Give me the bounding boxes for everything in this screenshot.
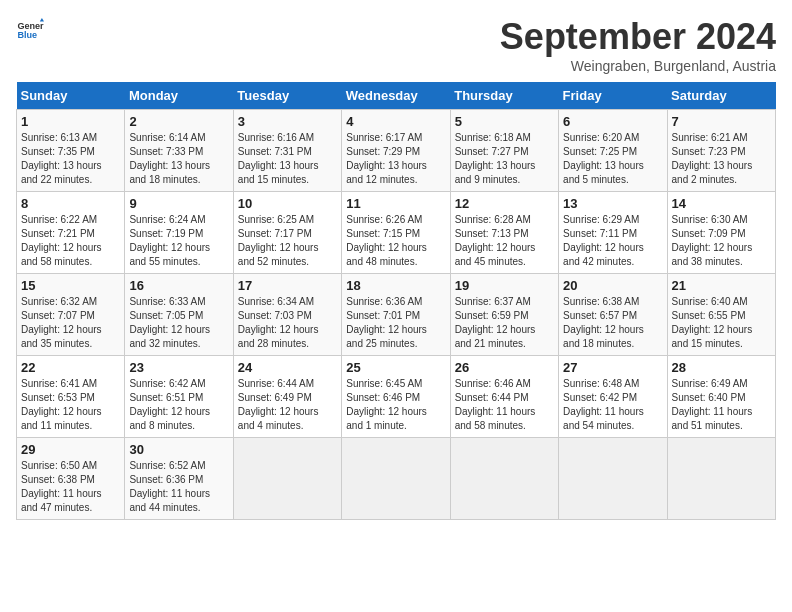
title-section: September 2024 Weingraben, Burgenland, A… <box>500 16 776 74</box>
calendar-cell: 21Sunrise: 6:40 AM Sunset: 6:55 PM Dayli… <box>667 274 775 356</box>
day-number: 9 <box>129 196 228 211</box>
header-day-sunday: Sunday <box>17 82 125 110</box>
day-number: 10 <box>238 196 337 211</box>
day-number: 12 <box>455 196 554 211</box>
calendar-cell: 29Sunrise: 6:50 AM Sunset: 6:38 PM Dayli… <box>17 438 125 520</box>
day-number: 8 <box>21 196 120 211</box>
logo-icon: General Blue <box>16 16 44 44</box>
calendar-cell <box>450 438 558 520</box>
header-row: SundayMondayTuesdayWednesdayThursdayFrid… <box>17 82 776 110</box>
svg-marker-2 <box>40 18 44 22</box>
calendar-cell: 20Sunrise: 6:38 AM Sunset: 6:57 PM Dayli… <box>559 274 667 356</box>
day-number: 15 <box>21 278 120 293</box>
calendar-cell: 28Sunrise: 6:49 AM Sunset: 6:40 PM Dayli… <box>667 356 775 438</box>
calendar-cell: 7Sunrise: 6:21 AM Sunset: 7:23 PM Daylig… <box>667 110 775 192</box>
calendar-week-5: 29Sunrise: 6:50 AM Sunset: 6:38 PM Dayli… <box>17 438 776 520</box>
header-day-wednesday: Wednesday <box>342 82 450 110</box>
day-info: Sunrise: 6:38 AM Sunset: 6:57 PM Dayligh… <box>563 295 662 351</box>
day-number: 4 <box>346 114 445 129</box>
svg-text:General: General <box>17 21 44 31</box>
calendar-cell: 23Sunrise: 6:42 AM Sunset: 6:51 PM Dayli… <box>125 356 233 438</box>
calendar-week-4: 22Sunrise: 6:41 AM Sunset: 6:53 PM Dayli… <box>17 356 776 438</box>
header-day-saturday: Saturday <box>667 82 775 110</box>
day-info: Sunrise: 6:29 AM Sunset: 7:11 PM Dayligh… <box>563 213 662 269</box>
day-info: Sunrise: 6:37 AM Sunset: 6:59 PM Dayligh… <box>455 295 554 351</box>
calendar-week-3: 15Sunrise: 6:32 AM Sunset: 7:07 PM Dayli… <box>17 274 776 356</box>
day-number: 16 <box>129 278 228 293</box>
calendar-cell: 14Sunrise: 6:30 AM Sunset: 7:09 PM Dayli… <box>667 192 775 274</box>
calendar-cell: 12Sunrise: 6:28 AM Sunset: 7:13 PM Dayli… <box>450 192 558 274</box>
day-info: Sunrise: 6:20 AM Sunset: 7:25 PM Dayligh… <box>563 131 662 187</box>
day-info: Sunrise: 6:34 AM Sunset: 7:03 PM Dayligh… <box>238 295 337 351</box>
day-number: 27 <box>563 360 662 375</box>
calendar-cell: 9Sunrise: 6:24 AM Sunset: 7:19 PM Daylig… <box>125 192 233 274</box>
day-info: Sunrise: 6:16 AM Sunset: 7:31 PM Dayligh… <box>238 131 337 187</box>
day-info: Sunrise: 6:17 AM Sunset: 7:29 PM Dayligh… <box>346 131 445 187</box>
day-number: 1 <box>21 114 120 129</box>
page-header: General Blue September 2024 Weingraben, … <box>16 16 776 74</box>
header-day-thursday: Thursday <box>450 82 558 110</box>
day-number: 26 <box>455 360 554 375</box>
header-day-monday: Monday <box>125 82 233 110</box>
calendar-cell: 16Sunrise: 6:33 AM Sunset: 7:05 PM Dayli… <box>125 274 233 356</box>
day-number: 25 <box>346 360 445 375</box>
day-number: 11 <box>346 196 445 211</box>
day-info: Sunrise: 6:52 AM Sunset: 6:36 PM Dayligh… <box>129 459 228 515</box>
calendar-cell: 30Sunrise: 6:52 AM Sunset: 6:36 PM Dayli… <box>125 438 233 520</box>
day-info: Sunrise: 6:24 AM Sunset: 7:19 PM Dayligh… <box>129 213 228 269</box>
day-number: 5 <box>455 114 554 129</box>
calendar-cell: 2Sunrise: 6:14 AM Sunset: 7:33 PM Daylig… <box>125 110 233 192</box>
day-number: 7 <box>672 114 771 129</box>
day-info: Sunrise: 6:46 AM Sunset: 6:44 PM Dayligh… <box>455 377 554 433</box>
calendar-cell: 17Sunrise: 6:34 AM Sunset: 7:03 PM Dayli… <box>233 274 341 356</box>
calendar-cell <box>342 438 450 520</box>
calendar-cell <box>233 438 341 520</box>
day-number: 22 <box>21 360 120 375</box>
day-info: Sunrise: 6:18 AM Sunset: 7:27 PM Dayligh… <box>455 131 554 187</box>
day-number: 2 <box>129 114 228 129</box>
day-info: Sunrise: 6:25 AM Sunset: 7:17 PM Dayligh… <box>238 213 337 269</box>
day-info: Sunrise: 6:40 AM Sunset: 6:55 PM Dayligh… <box>672 295 771 351</box>
calendar-cell: 10Sunrise: 6:25 AM Sunset: 7:17 PM Dayli… <box>233 192 341 274</box>
day-number: 14 <box>672 196 771 211</box>
day-number: 24 <box>238 360 337 375</box>
day-info: Sunrise: 6:26 AM Sunset: 7:15 PM Dayligh… <box>346 213 445 269</box>
calendar-cell: 26Sunrise: 6:46 AM Sunset: 6:44 PM Dayli… <box>450 356 558 438</box>
calendar-cell: 5Sunrise: 6:18 AM Sunset: 7:27 PM Daylig… <box>450 110 558 192</box>
day-number: 30 <box>129 442 228 457</box>
calendar-cell: 13Sunrise: 6:29 AM Sunset: 7:11 PM Dayli… <box>559 192 667 274</box>
day-info: Sunrise: 6:50 AM Sunset: 6:38 PM Dayligh… <box>21 459 120 515</box>
calendar-cell <box>559 438 667 520</box>
day-info: Sunrise: 6:32 AM Sunset: 7:07 PM Dayligh… <box>21 295 120 351</box>
calendar-cell: 18Sunrise: 6:36 AM Sunset: 7:01 PM Dayli… <box>342 274 450 356</box>
calendar-cell: 4Sunrise: 6:17 AM Sunset: 7:29 PM Daylig… <box>342 110 450 192</box>
day-number: 21 <box>672 278 771 293</box>
day-number: 19 <box>455 278 554 293</box>
header-day-friday: Friday <box>559 82 667 110</box>
calendar-cell: 15Sunrise: 6:32 AM Sunset: 7:07 PM Dayli… <box>17 274 125 356</box>
calendar-cell <box>667 438 775 520</box>
day-number: 23 <box>129 360 228 375</box>
day-info: Sunrise: 6:49 AM Sunset: 6:40 PM Dayligh… <box>672 377 771 433</box>
day-info: Sunrise: 6:44 AM Sunset: 6:49 PM Dayligh… <box>238 377 337 433</box>
day-number: 6 <box>563 114 662 129</box>
day-info: Sunrise: 6:48 AM Sunset: 6:42 PM Dayligh… <box>563 377 662 433</box>
day-number: 29 <box>21 442 120 457</box>
day-info: Sunrise: 6:36 AM Sunset: 7:01 PM Dayligh… <box>346 295 445 351</box>
day-number: 13 <box>563 196 662 211</box>
header-day-tuesday: Tuesday <box>233 82 341 110</box>
day-number: 18 <box>346 278 445 293</box>
day-number: 20 <box>563 278 662 293</box>
calendar-title: September 2024 <box>500 16 776 58</box>
calendar-cell: 8Sunrise: 6:22 AM Sunset: 7:21 PM Daylig… <box>17 192 125 274</box>
calendar-week-1: 1Sunrise: 6:13 AM Sunset: 7:35 PM Daylig… <box>17 110 776 192</box>
calendar-cell: 24Sunrise: 6:44 AM Sunset: 6:49 PM Dayli… <box>233 356 341 438</box>
calendar-table: SundayMondayTuesdayWednesdayThursdayFrid… <box>16 82 776 520</box>
day-info: Sunrise: 6:41 AM Sunset: 6:53 PM Dayligh… <box>21 377 120 433</box>
day-info: Sunrise: 6:21 AM Sunset: 7:23 PM Dayligh… <box>672 131 771 187</box>
calendar-cell: 19Sunrise: 6:37 AM Sunset: 6:59 PM Dayli… <box>450 274 558 356</box>
day-info: Sunrise: 6:28 AM Sunset: 7:13 PM Dayligh… <box>455 213 554 269</box>
day-info: Sunrise: 6:42 AM Sunset: 6:51 PM Dayligh… <box>129 377 228 433</box>
day-info: Sunrise: 6:13 AM Sunset: 7:35 PM Dayligh… <box>21 131 120 187</box>
day-number: 3 <box>238 114 337 129</box>
